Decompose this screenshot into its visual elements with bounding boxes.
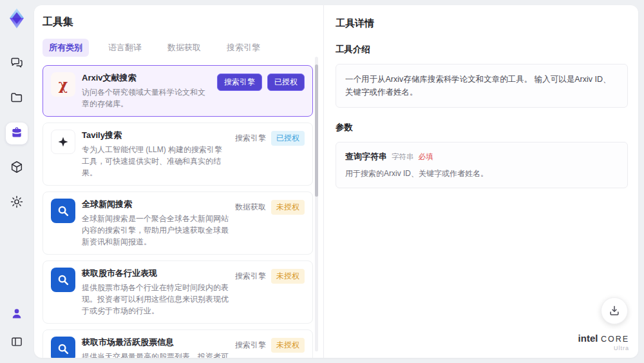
status-badge: 未授权	[271, 269, 305, 284]
tool-card[interactable]: χArxiv文献搜索访问各个研究领域大量科学论文和文章的存储库。搜索引擎已授权	[43, 65, 313, 117]
tool-description: 访问各个研究领域大量科学论文和文章的存储库。	[82, 86, 211, 110]
sidebar-item-gear[interactable]	[6, 192, 28, 214]
ultra-brand-text: Ultra	[578, 346, 629, 352]
tool-description: 全球新闻搜索是一个聚合全球各大新闻网站内容的搜索引擎，帮助用户快速获取全球最新资…	[82, 213, 229, 248]
tool-name: 获取市场最活跃股票信息	[82, 337, 229, 348]
scrollbar-thumb[interactable]	[315, 64, 318, 197]
tab-category-0[interactable]: 所有类别	[43, 39, 89, 57]
user-icon	[10, 307, 23, 322]
tool-name: Arxiv文献搜索	[82, 72, 211, 84]
status-badge: 未授权	[271, 338, 305, 353]
sparkle-star-icon	[51, 130, 75, 154]
tool-description: 提供当天交易量最高的股票列表，投资者可以利用这些信息来识别流动性强的股票和潜在的…	[82, 351, 229, 358]
core-brand-text: CORE	[601, 335, 629, 344]
tool-list: χArxiv文献搜索访问各个研究领域大量科学论文和文章的存储库。搜索引擎已授权T…	[43, 65, 313, 358]
param-header: 查询字符串 字符串 必填	[345, 151, 618, 162]
tool-intro-box: 一个用于从Arxiv存储库搜索科学论文和文章的工具。 输入可以是Arxiv ID…	[336, 64, 628, 108]
tool-details-pane: 工具详情 工具介绍 一个用于从Arxiv存储库搜索科学论文和文章的工具。 输入可…	[324, 5, 638, 358]
sidebar	[0, 0, 33, 363]
sidebar-item-briefcase[interactable]	[6, 123, 28, 144]
tab-category-1[interactable]: 语言翻译	[102, 39, 148, 57]
params-heading: 参数	[336, 122, 628, 133]
sidebar-item-panel-toggle[interactable]	[6, 332, 28, 354]
tool-card-meta: 搜索引擎未授权	[235, 268, 305, 284]
tool-card-meta: 数据获取未授权	[235, 199, 305, 215]
status-badge: 未授权	[271, 200, 305, 215]
tool-card-body: Tavily搜索专为人工智能代理 (LLM) 构建的搜索引擎工具，可快速提供实时…	[82, 130, 229, 179]
tool-name: 获取股市各行业表现	[82, 268, 229, 279]
tool-list-pane: 工具集 所有类别语言翻译数据获取搜索引擎 χArxiv文献搜索访问各个研究领域大…	[34, 5, 324, 358]
status-badge: 已授权	[271, 131, 305, 146]
category-label: 搜索引擎	[235, 269, 266, 284]
cube-icon	[10, 160, 24, 177]
category-tabs: 所有类别语言翻译数据获取搜索引擎	[43, 39, 323, 57]
search-magnifier-blue-icon	[51, 268, 75, 292]
app-logo	[5, 6, 29, 31]
intel-core-logo: intel CORE Ultra	[578, 333, 629, 352]
intel-brand-text: intel	[578, 333, 598, 344]
folder-icon	[10, 90, 24, 107]
category-label: 数据获取	[235, 200, 266, 215]
tool-description: 专为人工智能代理 (LLM) 构建的搜索引擎工具，可快速提供实时、准确和真实的结…	[82, 144, 229, 179]
arxiv-logo-icon: χ	[51, 72, 75, 97]
search-magnifier-blue-icon	[51, 199, 75, 223]
tool-description: 提供股票市场各个行业在特定时间段内的表现。投资者可以利用这些信息来识别表现优于或…	[82, 282, 229, 317]
main-panel: 工具集 所有类别语言翻译数据获取搜索引擎 χArxiv文献搜索访问各个研究领域大…	[34, 5, 638, 358]
gear-icon	[10, 195, 24, 211]
param-description: 用于搜索的Arxiv ID、关键字或作者姓名。	[345, 168, 618, 179]
category-button[interactable]: 搜索引擎	[217, 74, 262, 91]
sidebar-item-folder[interactable]	[6, 88, 28, 110]
briefcase-icon	[10, 126, 23, 141]
tool-card-body: 获取股市各行业表现提供股票市场各个行业在特定时间段内的表现。投资者可以利用这些信…	[82, 268, 229, 317]
tool-card-body: 全球新闻搜索全球新闻搜索是一个聚合全球各大新闻网站内容的搜索引擎，帮助用户快速获…	[82, 199, 229, 248]
category-label: 搜索引擎	[235, 131, 266, 146]
download-icon	[608, 304, 621, 317]
tool-card[interactable]: Tavily搜索专为人工智能代理 (LLM) 构建的搜索引擎工具，可快速提供实时…	[43, 123, 313, 186]
search-magnifier-blue-icon	[51, 337, 75, 358]
intro-heading: 工具介绍	[336, 44, 628, 55]
param-box: 查询字符串 字符串 必填 用于搜索的Arxiv ID、关键字或作者姓名。	[336, 142, 628, 188]
tool-name: 全球新闻搜索	[82, 199, 229, 210]
tab-category-3[interactable]: 搜索引擎	[220, 39, 267, 57]
tool-card-body: Arxiv文献搜索访问各个研究领域大量科学论文和文章的存储库。	[82, 72, 211, 110]
tool-card[interactable]: 获取股市各行业表现提供股票市场各个行业在特定时间段内的表现。投资者可以利用这些信…	[43, 260, 313, 324]
tool-card-body: 获取市场最活跃股票信息提供当天交易量最高的股票列表，投资者可以利用这些信息来识别…	[82, 337, 229, 358]
param-name: 查询字符串	[345, 151, 387, 162]
authorized-button[interactable]: 已授权	[267, 74, 305, 91]
tool-card[interactable]: 获取市场最活跃股票信息提供当天交易量最高的股票列表，投资者可以利用这些信息来识别…	[43, 329, 313, 358]
chat-icon	[10, 55, 24, 72]
tab-category-2[interactable]: 数据获取	[161, 39, 207, 57]
download-button[interactable]	[601, 297, 628, 324]
list-scrollbar[interactable]	[315, 57, 318, 351]
details-title: 工具详情	[336, 17, 628, 30]
panel-toggle-icon	[10, 335, 23, 351]
sidebar-item-chat[interactable]	[6, 53, 28, 75]
tool-intro-text: 一个用于从Arxiv存储库搜索科学论文和文章的工具。 输入可以是Arxiv ID…	[345, 75, 611, 97]
tool-card-meta: 搜索引擎未授权	[235, 337, 305, 353]
sidebar-item-cube[interactable]	[6, 157, 28, 179]
tool-card-actions: 搜索引擎已授权	[217, 72, 305, 91]
category-label: 搜索引擎	[235, 338, 266, 353]
param-required-badge: 必填	[419, 152, 433, 162]
param-type: 字符串	[392, 152, 414, 162]
sidebar-item-user[interactable]	[6, 304, 28, 326]
page-title: 工具集	[43, 15, 323, 29]
tool-card[interactable]: 全球新闻搜索全球新闻搜索是一个聚合全球各大新闻网站内容的搜索引擎，帮助用户快速获…	[43, 191, 313, 255]
tool-name: Tavily搜索	[82, 130, 229, 141]
tool-card-meta: 搜索引擎已授权	[235, 130, 305, 146]
